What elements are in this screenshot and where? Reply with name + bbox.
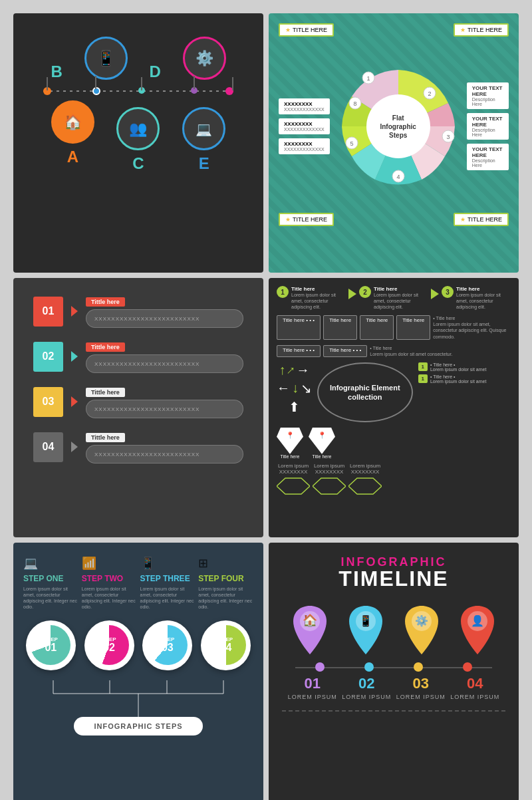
list-item-02: 02 Tittle here XXXXXXXXXXXXXXXXXXXXXXXXX [33, 340, 243, 373]
circle-d-item: D [149, 63, 160, 85]
fi-footer: ★ TITLE HERE ★ TITLE HERE [279, 213, 509, 226]
step-one-desc: Lorem ipsum dolor sit amet, consectetur … [23, 586, 78, 610]
fi-lb3-title: XXXXXXXX [284, 141, 325, 147]
card-flat-steps: ★ TITLE HERE ★ TITLE HERE XXXXXXXX XXXXX… [269, 13, 519, 273]
arrow-left-icon: ← [277, 380, 290, 396]
pin-icon-3: ⚙️ [415, 614, 428, 627]
step-four-desc: Lorem ipsum dolor sit amet, consectetur … [198, 586, 253, 610]
iec-top-item-3: 3 Title here Lorem ipsum dolor sit amet,… [442, 286, 511, 310]
list-content-02: Tittle here XXXXXXXXXXXXXXXXXXXXXXXXX [86, 340, 243, 373]
fi-lb2-text: XXXXXXXXXXXXX [284, 127, 325, 132]
arrow-up-icon: ↑ [279, 362, 286, 378]
iec-num-1: 1 [277, 286, 289, 298]
pin-icon-4: 👤 [471, 614, 484, 627]
badge-8-text: 8 [353, 100, 356, 107]
list-item-04: 04 Tittle here XXXXXXXXXXXXXXXXXXXXXXXXX [33, 430, 243, 464]
gear-icon: ⚙️ [196, 50, 213, 67]
list-bar-text-04: XXXXXXXXXXXXXXXXXXXXXXXXX [94, 452, 200, 458]
circle-people: 👥 [116, 107, 160, 150]
circle-4-wrap: STEP 04 [198, 620, 253, 670]
fi-rb1-desc: Description Here [472, 97, 503, 106]
iec-ri-num-1: 1 [418, 362, 428, 371]
circle-laptop: 💻 [182, 107, 225, 150]
iec-arrows-row-2: ← ↓ ↘ [277, 380, 312, 396]
list-bar-04: XXXXXXXXXXXXXXXXXXXXXXXXX [86, 445, 243, 464]
badge-2-text: 2 [428, 90, 431, 97]
card-steps-circles: 💻 STEP ONE Lorem ipsum dolor sit amet, c… [13, 543, 263, 800]
step-icon-2: 📶 [82, 556, 96, 571]
num-02: 02 [43, 350, 55, 362]
step-icon-4: ⊞ [198, 556, 208, 571]
star-icon-fr: ★ [460, 216, 466, 223]
fi-title-right: ★ TITLE HERE [454, 23, 509, 37]
pin-svg-4: 👤 [458, 602, 497, 656]
fi-header-left-label: TITLE HERE [293, 27, 327, 33]
it-label-1: 01 LOREM IPSUM [288, 675, 337, 700]
it-pin-3: ⚙️ [402, 602, 442, 656]
step-one-label: STEP ONE [23, 575, 63, 583]
pin-svg-3: ⚙️ [402, 602, 442, 656]
circle-tablet: 📱 [84, 37, 128, 80]
fi-rb2-label: YOUR TEXT HERE [472, 116, 503, 128]
iec-num-3: 3 [442, 286, 454, 298]
fi-footer-right-label: TITLE HERE [467, 216, 502, 223]
step-circle-2: STEP 02 [84, 620, 134, 670]
hex-shape-1 [277, 478, 310, 494]
list-item-01: 01 Tittle here XXXXXXXXXXXXXXXXXXXXXXXXX [33, 295, 243, 328]
iec-ri-num-2: 1 [418, 374, 428, 383]
step-circle-4: STEP 04 [201, 620, 251, 670]
step-two-label: STEP TWO [82, 575, 123, 583]
letter-c: C [132, 154, 144, 173]
circle-laptop-item: 💻 E [182, 107, 225, 173]
iec-top-title-3: Title here [456, 286, 511, 292]
it-title: INFOGRAPHIC TIMELINE [282, 556, 505, 589]
list-content-04: Tittle here XXXXXXXXXXXXXXXXXXXXXXXXX [86, 430, 243, 464]
fi-center-text: Flat Infographic Steps [375, 114, 422, 140]
list-bar-02: XXXXXXXXXXXXXXXXXXXXXXXXX [86, 354, 243, 373]
hex-shape-2 [313, 478, 346, 494]
iec-top-title-2: Title here [374, 286, 428, 292]
main-container: B 📱 D ⚙️ [7, 7, 525, 800]
hex-svg-2 [313, 477, 346, 495]
it-num-2: 02 [358, 675, 374, 692]
iec-pin-label-2: Title here [313, 454, 332, 459]
tablet-icon: 📱 [97, 50, 115, 67]
fi-rb1: YOUR TEXT HERE Description Here [467, 82, 509, 109]
fi-main-area: XXXXXXXX XXXXXXXXXXXXX XXXXXXXX XXXXXXXX… [279, 40, 509, 213]
connector-4 [194, 76, 195, 89]
iec-arrows-section: ↑ ↑ → ← ↓ ↘ ⬆ [277, 362, 312, 422]
iec-tag-22: Title here • • • [323, 345, 367, 357]
connector-2 [95, 76, 96, 89]
circle-3-wrap: STEP 03 [140, 620, 196, 670]
circle-gear-item: ⚙️ [183, 37, 226, 85]
step-circle-num-3: 03 [162, 642, 174, 653]
iec-ri-2: 1 • Title here •Lorem ipsum dolor sit am… [418, 374, 511, 384]
button-area: INFOGRAPHIC STEPS [23, 717, 253, 735]
num-04: 04 [43, 441, 55, 453]
iec-tag-3: Title here [360, 315, 394, 339]
list-bar-01: XXXXXXXXXXXXXXXXXXXXXXXXX [86, 309, 243, 328]
circles-row: STEP 01 STEP 02 [23, 620, 253, 670]
iec-ri-text-2: • Title here •Lorem ipsum dolor sit amet [430, 374, 486, 384]
iec-top-content-1: Title here Lorem ipsum dolor sit amet, c… [291, 286, 346, 310]
it-label-4: 04 LOREM IPSUM [450, 675, 499, 700]
infographic-steps-button[interactable]: INFOGRAPHIC STEPS [74, 717, 202, 735]
it-pins-row: 🏠 📱 ⚙️ [282, 602, 505, 656]
fi-left-box-2: XXXXXXXX XXXXXXXXXXXXX [279, 118, 330, 134]
home-icon: 🏠 [64, 114, 82, 131]
fi-header: ★ TITLE HERE ★ TITLE HERE [279, 23, 509, 37]
iec-pin-1: 📍 Title here [277, 428, 303, 459]
star-icon-left: ★ [285, 27, 291, 33]
list-bar-03: XXXXXXXXXXXXXXXXXXXXXXXXX [86, 400, 243, 418]
star-icon-right: ★ [460, 27, 466, 33]
circle-home-item: 🏠 A [51, 100, 94, 166]
iec-hex-col-1: Lorem ipsumXXXXXXXX [277, 463, 310, 495]
iec-tag-4: Title here [396, 315, 430, 339]
card-timeline: B 📱 D ⚙️ [13, 13, 263, 273]
iec-ri-1: 1 • Title here •Lorem ipsum dolor sit am… [418, 362, 511, 372]
connector-1 [47, 77, 48, 90]
circle-home: 🏠 [51, 100, 94, 144]
iec-hex-label-3: Lorem ipsumXXXXXXXX [350, 463, 380, 475]
fi-rb3-desc: Description Here [472, 158, 503, 168]
fi-lb2-title: XXXXXXXX [284, 121, 325, 127]
